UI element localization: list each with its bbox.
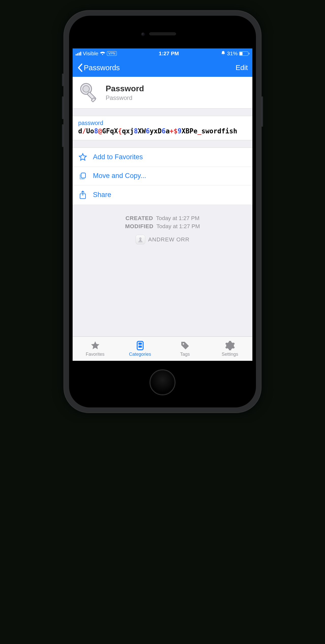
categories-icon bbox=[135, 341, 145, 351]
carrier-label: Visible bbox=[83, 50, 98, 57]
back-button[interactable]: Passwords bbox=[77, 63, 120, 72]
share-button[interactable]: Share bbox=[73, 185, 252, 205]
item-header: Password Password bbox=[73, 77, 252, 109]
svg-point-6 bbox=[139, 237, 141, 240]
tab-tags[interactable]: Tags bbox=[162, 337, 207, 361]
author-row: ANDREW ORR bbox=[73, 235, 252, 244]
item-subtitle: Password bbox=[106, 94, 144, 101]
move-copy-icon bbox=[78, 172, 87, 180]
tab-settings-label: Settings bbox=[222, 352, 238, 357]
status-bar: Visible VPN 1:27 PM 31% bbox=[73, 48, 252, 59]
phone-top-bezel bbox=[73, 19, 252, 48]
alarm-icon bbox=[221, 50, 225, 57]
svg-point-11 bbox=[183, 343, 184, 345]
screen: Visible VPN 1:27 PM 31% bbox=[73, 48, 252, 361]
section-gap bbox=[73, 109, 252, 116]
author-name: ANDREW ORR bbox=[148, 236, 190, 243]
move-copy-button[interactable]: Move and Copy... bbox=[73, 167, 252, 185]
avatar bbox=[136, 235, 145, 244]
earpiece-speaker bbox=[149, 32, 176, 35]
tab-favorites-label: Favorites bbox=[86, 352, 104, 357]
chevron-left-icon bbox=[77, 63, 83, 72]
svg-point-1 bbox=[83, 86, 89, 92]
created-label: CREATED bbox=[125, 215, 153, 221]
back-label: Passwords bbox=[84, 64, 120, 72]
modified-label: MODIFIED bbox=[125, 223, 154, 229]
mute-switch bbox=[62, 74, 63, 86]
battery-icon bbox=[239, 51, 249, 56]
volume-down-button bbox=[62, 124, 63, 147]
svg-point-7 bbox=[139, 239, 141, 241]
add-favorite-label: Add to Favorites bbox=[93, 153, 143, 161]
add-favorite-button[interactable]: Add to Favorites bbox=[73, 148, 252, 167]
metadata-section: CREATED Today at 1:27 PM MODIFIED Today … bbox=[73, 205, 252, 337]
star-filled-icon bbox=[90, 341, 100, 351]
tab-bar: Favorites Categories Tags Settings bbox=[73, 336, 252, 361]
svg-rect-9 bbox=[138, 343, 142, 345]
status-time: 1:27 PM bbox=[159, 50, 179, 57]
signal-icon bbox=[76, 52, 81, 56]
item-title: Password bbox=[106, 84, 144, 93]
key-icon bbox=[78, 81, 101, 104]
wifi-icon bbox=[100, 51, 105, 56]
section-gap bbox=[73, 140, 252, 148]
phone-frame: Visible VPN 1:27 PM 31% bbox=[63, 10, 262, 413]
nav-bar: Passwords Edit bbox=[73, 59, 252, 77]
tab-categories-label: Categories bbox=[129, 352, 151, 357]
tab-tags-label: Tags bbox=[180, 352, 190, 357]
front-camera bbox=[141, 32, 145, 36]
password-field-label: password bbox=[78, 120, 247, 127]
share-label: Share bbox=[93, 191, 111, 199]
share-icon bbox=[78, 190, 87, 200]
volume-up-button bbox=[62, 96, 63, 119]
modified-value: Today at 1:27 PM bbox=[156, 223, 200, 229]
edit-button[interactable]: Edit bbox=[236, 64, 248, 72]
password-value: d/Uo8@GFqX{qxj8XW6yxD6a+$9XBPe_swordfish bbox=[78, 127, 247, 135]
home-button-area bbox=[73, 361, 252, 404]
star-icon bbox=[78, 153, 87, 162]
power-button bbox=[262, 96, 263, 127]
svg-rect-10 bbox=[138, 346, 142, 348]
move-copy-label: Move and Copy... bbox=[93, 172, 146, 180]
tab-settings[interactable]: Settings bbox=[207, 337, 252, 361]
svg-rect-4 bbox=[81, 173, 85, 178]
tab-favorites[interactable]: Favorites bbox=[73, 337, 118, 361]
tag-icon bbox=[180, 341, 190, 351]
tab-categories[interactable]: Categories bbox=[118, 337, 162, 361]
gear-icon bbox=[225, 341, 235, 351]
battery-pct: 31% bbox=[227, 50, 238, 57]
password-field[interactable]: password d/Uo8@GFqX{qxj8XW6yxD6a+$9XBPe_… bbox=[73, 116, 252, 140]
created-value: Today at 1:27 PM bbox=[156, 215, 199, 221]
home-button[interactable] bbox=[150, 369, 175, 395]
vpn-badge: VPN bbox=[107, 51, 117, 56]
